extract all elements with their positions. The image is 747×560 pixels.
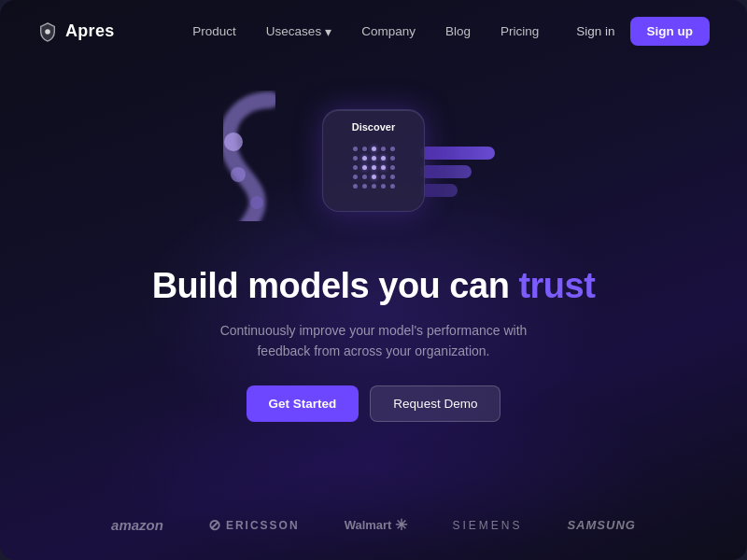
dot [362, 156, 367, 161]
blob-shape-left [215, 91, 299, 221]
nav-company[interactable]: Company [361, 24, 416, 38]
dot [372, 175, 376, 179]
svg-point-0 [45, 29, 50, 35]
dot [381, 147, 386, 151]
sign-up-button[interactable]: Sign up [630, 17, 711, 46]
pill-group [420, 147, 542, 197]
dot [381, 165, 386, 170]
dot [362, 147, 367, 151]
hero-title-accent: trust [518, 266, 595, 305]
hero-illustration: Discover [187, 72, 560, 249]
dot [362, 184, 367, 189]
discover-card: Discover [322, 109, 425, 212]
ericsson-logo: ⊘ ERICSSON [208, 516, 300, 534]
dot [362, 165, 367, 170]
logos-strip: amazon ⊘ ERICSSON Walmart ✳ SIEMENS SAMS… [0, 516, 747, 534]
dot [372, 147, 376, 151]
walmart-spark-icon: ✳ [395, 516, 407, 534]
cta-buttons: Get Started Request Demo [247, 385, 501, 422]
logo[interactable]: Apres [37, 21, 115, 42]
pill-shapes-right [420, 147, 542, 175]
nav-blog[interactable]: Blog [445, 24, 471, 38]
sign-in-button[interactable]: Sign in [576, 24, 614, 38]
hero-title-text: Build models you can [152, 266, 519, 305]
svg-point-3 [250, 196, 263, 209]
navbar: Apres Product Usecases ▾ Company Blog Pr… [0, 0, 747, 63]
logo-text: Apres [65, 21, 115, 41]
dot [381, 184, 386, 189]
dot [390, 156, 395, 161]
pill [420, 184, 458, 197]
hero-subtitle: Continuously improve your model's perfor… [215, 320, 532, 362]
dot [381, 156, 386, 161]
svg-point-1 [224, 133, 243, 151]
dot [390, 175, 395, 179]
screen: Apres Product Usecases ▾ Company Blog Pr… [0, 0, 747, 560]
dot [372, 165, 376, 170]
samsung-logo: SAMSUNG [567, 518, 635, 532]
nav-pricing[interactable]: Pricing [500, 24, 539, 38]
dots-grid [353, 147, 395, 189]
dot [381, 175, 386, 179]
siemens-logo: SIEMENS [452, 519, 522, 532]
nav-actions: Sign in Sign up [576, 17, 710, 46]
chevron-down-icon: ▾ [325, 24, 331, 39]
nav-product[interactable]: Product [192, 24, 236, 38]
request-demo-button[interactable]: Request Demo [370, 385, 500, 422]
hero-title: Build models you can trust [152, 266, 596, 307]
dot [353, 175, 358, 179]
amazon-logo: amazon [111, 517, 163, 533]
dot [353, 156, 358, 161]
hero-section: Discover [0, 63, 747, 459]
pill [420, 147, 495, 160]
svg-point-2 [231, 167, 246, 182]
dot [390, 165, 395, 170]
logo-icon [37, 21, 58, 42]
dot [353, 147, 358, 151]
walmart-logo: Walmart ✳ [345, 516, 408, 534]
dot [353, 184, 358, 189]
nav-links: Product Usecases ▾ Company Blog Pricing [192, 24, 539, 39]
nav-usecases[interactable]: Usecases ▾ [266, 24, 331, 39]
get-started-button[interactable]: Get Started [247, 385, 359, 422]
ericsson-icon: ⊘ [208, 516, 222, 534]
dot [390, 147, 395, 151]
pill [420, 165, 472, 178]
dot [390, 184, 395, 189]
dot [372, 156, 376, 161]
dot [372, 184, 376, 189]
dot [362, 175, 367, 179]
discover-label: Discover [352, 121, 395, 133]
dot [353, 165, 358, 170]
